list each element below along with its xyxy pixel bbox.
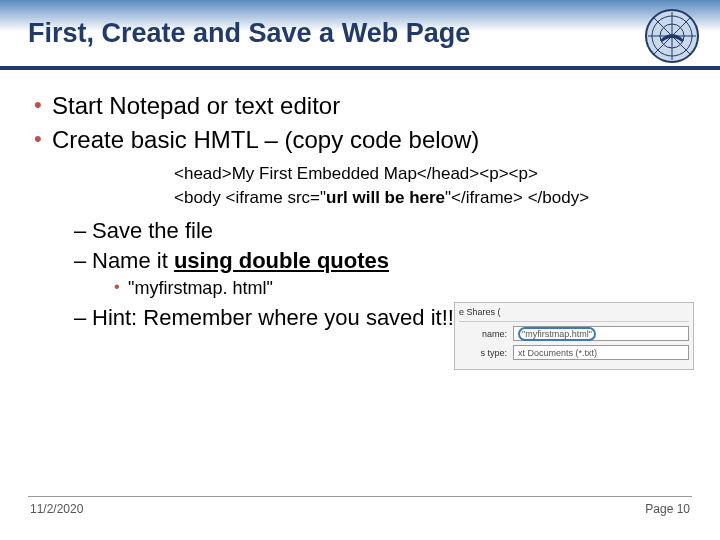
footer: 11/2/2020 Page 10 xyxy=(0,502,720,522)
header-band: First, Create and Save a Web Page xyxy=(0,0,720,70)
sub-example: "myfirstmap. html" xyxy=(114,278,686,299)
code-line-2: <body <iframe src="url will be here"</if… xyxy=(174,186,686,210)
sc-top-line: e Shares ( xyxy=(459,307,689,322)
content-area: Start Notepad or text editor Create basi… xyxy=(0,70,720,331)
code-line-1: <head>My First Embedded Map</head><p><p> xyxy=(174,162,686,186)
sc-name-label: name: xyxy=(459,329,507,339)
icao-logo-icon xyxy=(642,6,702,66)
save-dialog-screenshot: e Shares ( name: "myfirstmap.html" s typ… xyxy=(454,302,694,370)
footer-page: Page 10 xyxy=(645,502,690,522)
sc-type-label: s type: xyxy=(459,348,507,358)
page-title: First, Create and Save a Web Page xyxy=(28,18,720,49)
sub-name: Name it using double quotes xyxy=(74,248,686,274)
bullet-start-notepad: Start Notepad or text editor xyxy=(34,92,686,120)
sc-name-input: "myfirstmap.html" xyxy=(513,326,689,341)
sc-type-input: xt Documents (*.txt) xyxy=(513,345,689,360)
bullet-create-html: Create basic HMTL – (copy code below) xyxy=(34,126,686,154)
code-block: <head>My First Embedded Map</head><p><p>… xyxy=(174,162,686,210)
footer-date: 11/2/2020 xyxy=(30,502,83,522)
sub-save: Save the file xyxy=(74,218,686,244)
